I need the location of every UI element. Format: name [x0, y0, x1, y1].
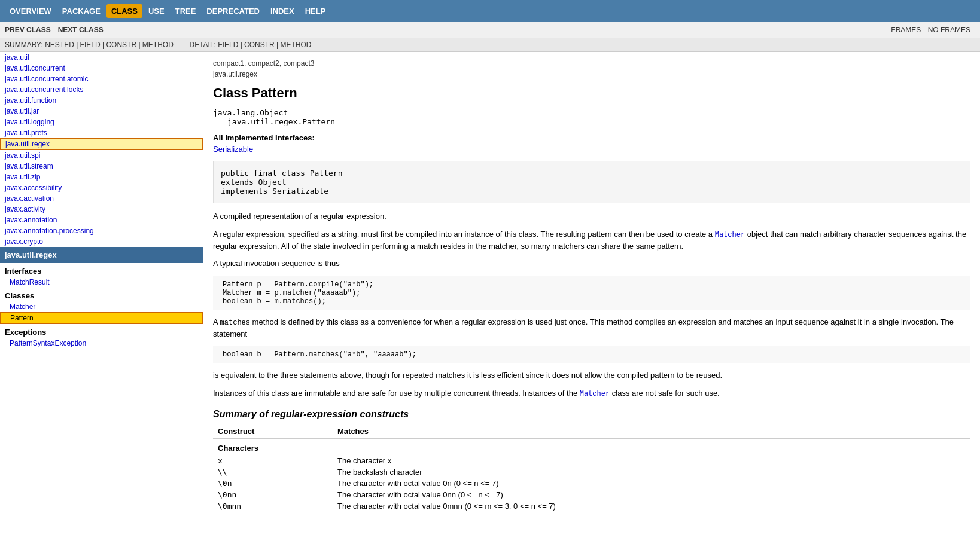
hierarchy-root: java.lang.Object [213, 108, 288, 117]
current-package-header: java.util.regex [0, 247, 203, 263]
matches-ref: matches [220, 319, 250, 327]
next-class-link[interactable]: NEXT CLASS [58, 26, 104, 34]
construct-cell: \0mnn [213, 500, 333, 512]
version-label: compact1, compact2, compact3 [213, 59, 970, 68]
matches-cell: The backslash character [333, 466, 970, 478]
hierarchy-child: java.util.regex.Pattern [213, 117, 970, 126]
desc-paragraph-3: A typical invocation sequence is thus [213, 258, 970, 270]
table-row: \0nThe character with octal value 0n (0 … [213, 478, 970, 489]
impl-interfaces-label: All Implemented Interfaces: [213, 133, 970, 142]
construct-cell: \0n [213, 478, 333, 489]
sidebar-package-link[interactable]: java.util.concurrent.atomic [0, 74, 203, 84]
code-block-2: boolean b = Pattern.matches("a*b", "aaaa… [213, 346, 970, 363]
sidebar-class-pattern[interactable]: Pattern [0, 312, 203, 324]
class-title: Class Pattern [213, 85, 970, 101]
exceptions-title: Exceptions [0, 324, 203, 338]
detail-text: DETAIL: FIELD | CONSTR | METHOD [190, 41, 312, 49]
sidebar-package-link[interactable]: java.util.concurrent.locks [0, 84, 203, 95]
constructs-table-body: CharactersxThe character x\\The backslas… [213, 438, 970, 512]
construct-cell: \0nn [213, 489, 333, 500]
desc-paragraph-2: A regular expression, specified as a str… [213, 228, 970, 252]
top-nav-tree[interactable]: TREE [171, 4, 201, 18]
desc-paragraph-6: Instances of this class are immutable an… [213, 387, 970, 399]
construct-cell: \\ [213, 466, 333, 478]
table-row: \\The backslash character [213, 466, 970, 478]
top-nav-class[interactable]: CLASS [106, 4, 142, 18]
sidebar-exception-patternsyntaxexception[interactable]: PatternSyntaxException [0, 338, 203, 349]
sidebar-package-link[interactable]: java.util.spi [0, 150, 203, 161]
frames-link[interactable]: FRAMES [891, 26, 921, 34]
sidebar-package-link[interactable]: java.util.regex [0, 138, 203, 150]
matcher-ref-2[interactable]: Matcher [580, 390, 610, 398]
serializable-link[interactable]: Serializable [213, 145, 253, 154]
exceptions-list: PatternSyntaxException [0, 338, 203, 349]
no-frames-link[interactable]: NO FRAMES [928, 26, 970, 34]
sidebar-package-link[interactable]: java.util.concurrent [0, 63, 203, 74]
class-hierarchy: java.lang.Object java.util.regex.Pattern [213, 108, 970, 126]
declaration-implements: implements Serializable [221, 187, 328, 196]
declaration-line1: public final class Pattern [221, 169, 343, 178]
code-block-1: Pattern p = Pattern.compile("a*b"); Matc… [213, 276, 970, 310]
package-list: java.utiljava.util.concurrentjava.util.c… [0, 52, 203, 247]
prev-class-link[interactable]: PREV CLASS [5, 26, 51, 34]
desc-paragraph-1: A compiled representation of a regular e… [213, 210, 970, 222]
sidebar-package-link[interactable]: javax.activation [0, 193, 203, 204]
top-nav-overview[interactable]: OVERVIEW [5, 4, 56, 18]
col-header-construct: Construct [213, 424, 333, 439]
interfaces-title: Interfaces [0, 263, 203, 277]
sidebar-package-link[interactable]: java.util.logging [0, 117, 203, 127]
class-declaration: public final class Pattern extends Objec… [213, 161, 970, 203]
desc-paragraph-4: A matches method is defined by this clas… [213, 316, 970, 340]
sidebar-package-link[interactable]: java.util.function [0, 95, 203, 106]
matches-cell: The character with octal value 0n (0 <= … [333, 478, 970, 489]
sidebar-package-link[interactable]: java.util [0, 52, 203, 63]
top-nav-use[interactable]: USE [144, 4, 169, 18]
sidebar: java.utiljava.util.concurrentjava.util.c… [0, 52, 203, 559]
matches-cell: The character with octal value 0mnn (0 <… [333, 500, 970, 512]
sidebar-package-link[interactable]: javax.crypto [0, 236, 203, 247]
classes-title: Classes [0, 288, 203, 301]
secondary-navigation: PREV CLASS NEXT CLASS FRAMES NO FRAMES [0, 22, 980, 38]
package-label: java.util.regex [213, 70, 970, 78]
top-nav-help[interactable]: HELP [300, 4, 331, 18]
summary-text: SUMMARY: NESTED | FIELD | CONSTR | METHO… [5, 41, 174, 49]
top-navigation: OVERVIEWPACKAGECLASSUSETREEDEPRECATEDIND… [0, 0, 980, 22]
constructs-table: Construct Matches CharactersxThe charact… [213, 424, 970, 512]
sidebar-package-link[interactable]: java.util.prefs [0, 127, 203, 138]
sidebar-interface-matchresult[interactable]: MatchResult [0, 277, 203, 288]
sidebar-package-link[interactable]: javax.activity [0, 204, 203, 215]
sidebar-class-matcher[interactable]: Matcher [0, 301, 203, 312]
matcher-ref-1[interactable]: Matcher [715, 231, 745, 239]
sidebar-package-link[interactable]: java.util.jar [0, 106, 203, 117]
top-nav-deprecated[interactable]: DEPRECATED [202, 4, 264, 18]
classes-list: MatcherPattern [0, 301, 203, 324]
top-nav-index[interactable]: INDEX [266, 4, 299, 18]
col-header-matches: Matches [333, 424, 970, 439]
sidebar-package-link[interactable]: javax.annotation.processing [0, 225, 203, 236]
sidebar-package-link[interactable]: java.util.stream [0, 161, 203, 172]
summary-section-title: Summary of regular-expression constructs [213, 409, 970, 420]
interfaces-list: MatchResult [0, 277, 203, 288]
main-content: compact1, compact2, compact3 java.util.r… [203, 52, 980, 559]
sidebar-package-link[interactable]: java.util.zip [0, 172, 203, 182]
matches-cell: The character x [333, 455, 970, 466]
desc-paragraph-5: is equivalent to the three statements ab… [213, 369, 970, 381]
table-row: xThe character x [213, 455, 970, 466]
sidebar-package-link[interactable]: javax.accessibility [0, 182, 203, 193]
top-nav-package[interactable]: PACKAGE [57, 4, 105, 18]
table-row: \0mnnThe character with octal value 0mnn… [213, 500, 970, 512]
summary-bar: SUMMARY: NESTED | FIELD | CONSTR | METHO… [0, 38, 980, 52]
table-section-characters: Characters [213, 438, 970, 455]
declaration-extends: extends Object [221, 178, 287, 187]
construct-cell: x [213, 455, 333, 466]
table-row: \0nnThe character with octal value 0nn (… [213, 489, 970, 500]
sidebar-package-link[interactable]: javax.annotation [0, 215, 203, 225]
matches-cell: The character with octal value 0nn (0 <=… [333, 489, 970, 500]
